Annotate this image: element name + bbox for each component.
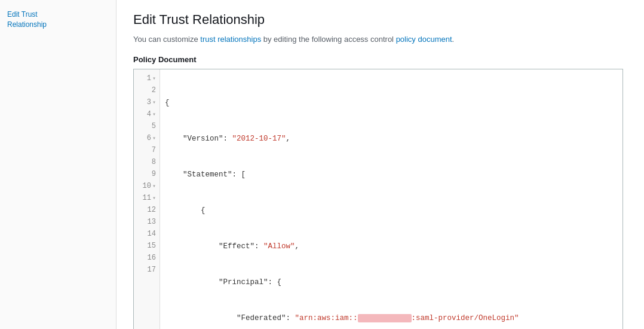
- line-num-12: 12: [134, 205, 160, 217]
- line-num-5: 5: [134, 121, 160, 133]
- line-num-13: 13: [134, 217, 160, 229]
- code-line-6: "Principal": {: [165, 276, 618, 288]
- line-num-8: 8: [134, 157, 160, 169]
- line-num-17: 17: [134, 264, 160, 276]
- line-num-11: 11▾: [134, 193, 160, 205]
- code-line-2: "Version": "2012-10-17",: [165, 133, 618, 145]
- line-num-4: 4▾: [134, 109, 160, 121]
- code-line-3: "Statement": [: [165, 169, 618, 181]
- code-content-area[interactable]: { "Version": "2012-10-17", "Statement": …: [160, 69, 622, 330]
- line-num-6: 6▾: [134, 133, 160, 145]
- trust-relationships-link[interactable]: trust relationships: [200, 35, 261, 44]
- code-line-1: {: [165, 97, 618, 109]
- description: You can customize trust relationships by…: [133, 33, 627, 45]
- code-line-4: {: [165, 205, 618, 217]
- page-title: Edit Trust Relationship: [133, 12, 627, 28]
- line-num-10: 10▾: [134, 181, 160, 193]
- line-numbers: 1▾ 2 3▾ 4▾ 5 6▾ 7 8 9 10▾ 11▾ 12 13 14 1…: [134, 69, 160, 330]
- sidebar: Edit Trust Relationship: [0, 0, 116, 329]
- line-num-2: 2: [134, 85, 160, 97]
- line-num-15: 15: [134, 240, 160, 252]
- main-content: Edit Trust Relationship You can customiz…: [116, 0, 644, 329]
- policy-document-link[interactable]: policy document: [396, 35, 452, 44]
- line-num-9: 9: [134, 169, 160, 181]
- line-num-7: 7: [134, 145, 160, 157]
- code-line-5: "Effect": "Allow",: [165, 240, 618, 252]
- line-num-16: 16: [134, 252, 160, 264]
- policy-document-label: Policy Document: [133, 55, 627, 64]
- code-editor[interactable]: 1▾ 2 3▾ 4▾ 5 6▾ 7 8 9 10▾ 11▾ 12 13 14 1…: [133, 69, 623, 330]
- line-num-3: 3▾: [134, 97, 160, 109]
- sidebar-item-edit-trust[interactable]: Edit Trust Relationship: [7, 10, 109, 30]
- line-num-1: 1▾: [134, 73, 160, 85]
- line-num-14: 14: [134, 229, 160, 240]
- code-line-7: "Federated": "arn:aws:iam:: :saml-provid…: [165, 312, 618, 324]
